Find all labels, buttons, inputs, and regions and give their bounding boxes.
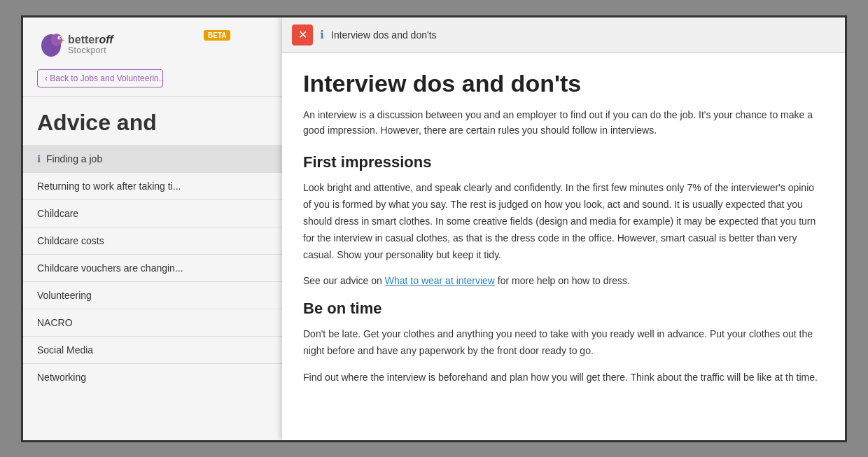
section1-link-post: for more help on how to dress. xyxy=(495,275,630,286)
nav-item-label: Social Media xyxy=(37,344,93,356)
svg-marker-4 xyxy=(62,39,65,41)
logo-icon xyxy=(37,30,65,59)
nav-childcare-vouchers[interactable]: Childcare vouchers are changin... xyxy=(23,254,282,281)
nav-item-label: Volunteering xyxy=(37,290,92,301)
nav-item-label: Networking xyxy=(37,372,86,383)
svg-point-3 xyxy=(59,37,61,38)
logo-better: better xyxy=(68,34,99,45)
nav-volunteering[interactable]: Volunteering xyxy=(23,281,282,309)
logo-off: off xyxy=(99,34,113,45)
section1-paragraph: Look bright and attentive, and speak cle… xyxy=(303,180,824,263)
close-button[interactable]: ✕ xyxy=(292,24,313,45)
modal-main-title: Interview dos and don'ts xyxy=(303,70,824,97)
modal-intro-text: An interview is a discussion between you… xyxy=(303,107,824,139)
section2-title: Be on time xyxy=(303,300,824,318)
svg-point-1 xyxy=(51,34,62,46)
nav-childcare[interactable]: Childcare xyxy=(23,199,282,227)
modal-tab-title: Interview dos and don'ts xyxy=(331,29,437,41)
modal-panel: ✕ ℹ Interview dos and don'ts Interview d… xyxy=(282,17,845,440)
tab-info-icon: ℹ xyxy=(320,28,324,41)
nav-list: ℹ Finding a job Returning to work after … xyxy=(23,145,282,391)
section1-link-pre: See our advice on xyxy=(303,275,385,286)
what-to-wear-link[interactable]: What to wear at interview xyxy=(385,275,495,286)
back-button[interactable]: ‹ Back to Jobs and Volunteerin... xyxy=(37,69,163,87)
nav-item-label: Childcare xyxy=(37,208,78,219)
section1-title: First impressions xyxy=(303,153,824,171)
logo-wrapper: betteroff Stockport xyxy=(37,30,113,59)
nav-item-label: NACRO xyxy=(37,317,73,328)
nav-item-label: Childcare costs xyxy=(37,235,104,246)
sidebar-page-title: Advice and xyxy=(23,97,282,145)
beta-badge: BETA xyxy=(204,30,230,41)
info-icon: ℹ xyxy=(37,153,41,164)
nav-item-label: Finding a job xyxy=(46,153,102,164)
nav-social-media[interactable]: Social Media xyxy=(23,336,282,363)
nav-finding-a-job[interactable]: ℹ Finding a job xyxy=(23,145,282,172)
sidebar: betteroff Stockport BETA ‹ Back to Jobs … xyxy=(23,17,282,440)
nav-childcare-costs[interactable]: Childcare costs xyxy=(23,227,282,254)
section1-link-para: See our advice on What to wear at interv… xyxy=(303,273,824,290)
modal-topbar: ✕ ℹ Interview dos and don'ts xyxy=(282,17,845,53)
modal-content: Interview dos and don'ts An interview is… xyxy=(282,53,845,440)
logo-area: betteroff Stockport BETA xyxy=(37,30,268,59)
nav-returning-to-work[interactable]: Returning to work after taking ti... xyxy=(23,172,282,199)
section2-para1: Don't be late. Get your clothes and anyt… xyxy=(303,326,824,360)
nav-nacro[interactable]: NACRO xyxy=(23,309,282,336)
section2-para2: Find out where the interview is beforeha… xyxy=(303,370,824,386)
sidebar-header: betteroff Stockport BETA ‹ Back to Jobs … xyxy=(23,17,282,97)
logo-text: betteroff Stockport xyxy=(68,34,113,56)
main-frame: betteroff Stockport BETA ‹ Back to Jobs … xyxy=(21,15,847,442)
nav-item-label: Returning to work after taking ti... xyxy=(37,181,181,192)
logo-stockport: Stockport xyxy=(68,45,113,55)
nav-networking[interactable]: Networking xyxy=(23,363,282,391)
nav-item-label: Childcare vouchers are changin... xyxy=(37,262,183,274)
